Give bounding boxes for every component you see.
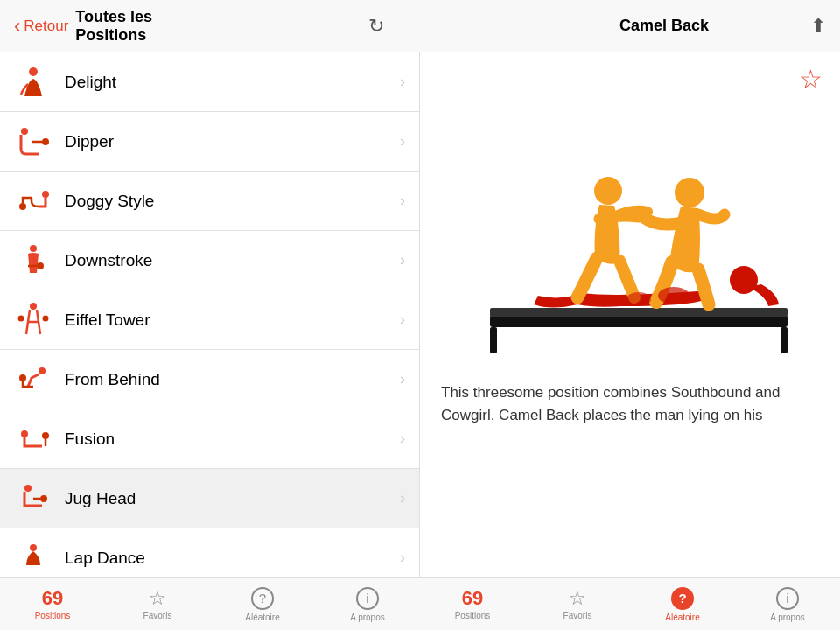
favorite-star-button[interactable]: ☆ [799,66,822,93]
list-item[interactable]: Jug Head › [0,469,419,528]
list-item[interactable]: Downstroke › [0,231,419,290]
tab-positions-right[interactable]: 69 Positions [420,578,525,630]
back-chevron-icon: ‹ [14,15,20,38]
chevron-right-icon: › [400,192,405,210]
svg-point-5 [30,245,37,252]
chevron-right-icon: › [400,311,405,329]
chevron-right-icon: › [400,370,405,388]
delight-label: Delight [65,73,400,92]
downstroke-label: Downstroke [65,251,400,270]
svg-point-7 [30,303,37,310]
back-label: Retour [24,18,68,35]
doggy-style-label: Doggy Style [65,192,400,211]
svg-point-16 [30,544,37,551]
chevron-right-icon: › [400,73,405,91]
position-description: This threesome position combines Southbo… [441,382,819,426]
apropos-label-left: A propos [350,612,384,622]
eiffel-tower-label: Eiffel Tower [65,311,400,330]
question-circle-left: ? [251,587,274,610]
aleatoire-label-right: Aléatoire [665,612,699,622]
chevron-right-icon: › [400,549,405,567]
info-circle-right: i [776,587,799,610]
detail-panel: ☆ [420,52,840,578]
question-mark-left: ? [259,591,266,606]
svg-point-1 [21,128,28,135]
info-circle-left: i [356,587,379,610]
svg-point-11 [19,374,26,382]
chevron-right-icon: › [400,132,405,150]
tab-aleatoire-left[interactable]: ? Aléatoire [210,578,315,630]
aleatoire-label-left: Aléatoire [245,612,279,622]
main-content: Delight › Dipper › [0,52,840,578]
list-item[interactable]: Lap Dance › [0,528,419,578]
svg-point-13 [42,432,49,439]
list-item[interactable]: Delight › [0,52,419,112]
apropos-label-right: A propos [770,612,804,622]
svg-rect-19 [780,327,788,354]
header-center: ↻ [224,15,528,38]
tab-apropos-left[interactable]: i A propos [315,578,420,630]
eiffel-tower-icon [14,301,52,340]
list-item[interactable]: From Behind › [0,350,419,410]
downstroke-icon [14,242,52,280]
doggy-style-icon [14,182,52,220]
header-right: Camel Back ⬆ [528,15,826,38]
svg-point-14 [24,485,32,492]
svg-point-25 [626,292,651,306]
right-tab-group: 69 Positions ☆ Favoris ? Aléatoire i A p… [420,578,840,630]
tab-bar: 69 Positions ☆ Favoris ? Aléatoire i A p… [0,578,840,630]
svg-point-15 [40,495,47,502]
jug-head-icon [14,480,52,518]
tab-aleatoire-right[interactable]: ? Aléatoire [630,578,735,630]
delight-icon [14,63,52,102]
list-item[interactable]: Doggy Style › [0,172,419,231]
favoris-label-left: Favoris [144,611,172,620]
left-tab-group: 69 Positions ☆ Favoris ? Aléatoire i A p… [0,578,420,630]
refresh-icon[interactable]: ↻ [368,15,384,38]
info-mark-left: i [366,591,368,606]
question-mark-right: ? [678,591,686,606]
chevron-right-icon: › [400,430,405,448]
list-item[interactable]: Fusion › [0,410,419,469]
back-button[interactable]: ‹ Retour Toutes les Positions [14,8,224,45]
lap-dance-icon [14,539,52,578]
info-mark-right: i [786,591,788,606]
svg-point-24 [658,287,690,304]
question-circle-right: ? [671,587,694,610]
svg-point-8 [18,315,24,321]
fusion-icon [14,420,52,458]
svg-point-2 [42,138,49,145]
favoris-label-right: Favoris [564,611,592,620]
position-illustration [441,70,819,368]
list-item[interactable]: Eiffel Tower › [0,290,419,350]
svg-point-22 [675,178,704,207]
jug-head-label: Jug Head [65,489,400,508]
detail-panel-title: Camel Back [528,17,800,35]
fusion-label: Fusion [65,430,400,449]
positions-label-right: Positions [455,611,491,620]
svg-rect-20 [490,308,788,317]
svg-point-10 [38,368,46,374]
svg-point-3 [42,191,49,198]
svg-point-12 [21,430,28,438]
from-behind-icon [14,360,52,399]
tab-favoris-right[interactable]: ☆ Favoris [525,578,630,630]
svg-point-6 [37,262,44,270]
tab-apropos-right[interactable]: i A propos [735,578,840,630]
list-panel: Delight › Dipper › [0,52,420,578]
tab-positions-left[interactable]: 69 Positions [0,578,105,630]
svg-point-23 [594,177,622,205]
tab-favoris-left[interactable]: ☆ Favoris [105,578,210,630]
positions-label-left: Positions [35,611,71,620]
positions-count-right: 69 [462,589,483,608]
lap-dance-label: Lap Dance [65,549,400,568]
from-behind-label: From Behind [65,370,400,389]
dipper-label: Dipper [65,132,400,151]
svg-point-0 [29,67,38,76]
svg-point-9 [43,315,49,321]
chevron-right-icon: › [400,489,405,508]
share-icon[interactable]: ⬆ [810,15,826,38]
svg-point-4 [19,203,26,210]
header: ‹ Retour Toutes les Positions ↻ Camel Ba… [0,0,840,52]
list-item[interactable]: Dipper › [0,112,419,172]
